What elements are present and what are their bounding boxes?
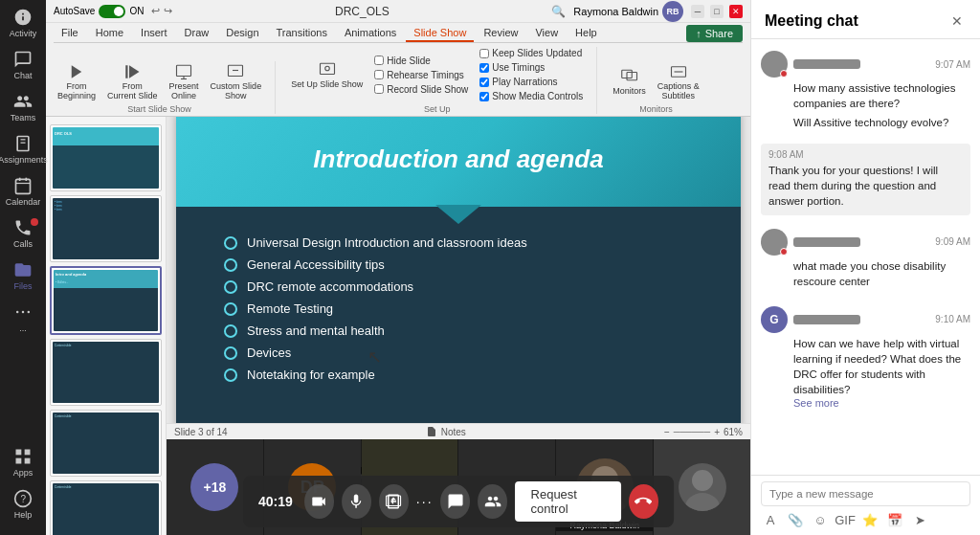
- zoom-in-btn[interactable]: +: [714, 427, 720, 437]
- svg-point-8: [22, 311, 25, 314]
- sticker-btn[interactable]: ⭐: [860, 510, 880, 529]
- sidebar-apps-label: Apps: [13, 468, 33, 478]
- svg-text:?: ?: [21, 494, 27, 504]
- setup-checkboxes2: Keep Slides Updated Use Timings Play Nar…: [476, 47, 587, 102]
- chat-text-1a: How many assistive technologies companie…: [761, 80, 970, 111]
- sidebar-item-chat[interactable]: Chat: [4, 46, 42, 84]
- chat-msg-group-2: 9:08 AM Thank you for your questions! I …: [761, 144, 970, 214]
- use-timings-check[interactable]: Use Timings: [476, 61, 587, 74]
- ppt-title: DRC_OLS: [172, 5, 551, 18]
- start-slideshow-label: Start Slide Show: [127, 104, 191, 114]
- chat-msg-header-4: G 9:10 AM: [761, 306, 970, 333]
- slide-preview-1: DRC OLS: [53, 127, 159, 189]
- undo-btn[interactable]: ↩: [151, 5, 160, 17]
- gif-btn[interactable]: GIF: [835, 510, 855, 529]
- ppt-user: Raymona Baldwin RB: [573, 1, 683, 22]
- chat-input-toolbar: A 📎 ☺ GIF ⭐ 📅 ➤: [761, 510, 970, 529]
- keep-updated-check[interactable]: Keep Slides Updated: [476, 47, 587, 59]
- sidebar-calls-label: Calls: [13, 239, 33, 249]
- slide-status: Slide 3 of 14: [174, 427, 228, 437]
- slide-bullet-2: General Accessibility tips: [224, 257, 712, 272]
- chat-time-3: 9:09 AM: [935, 236, 970, 247]
- participant-plus-avatar: +18: [190, 463, 238, 511]
- sidebar-item-calendar[interactable]: Calendar: [4, 172, 42, 211]
- autosave-label: AutoSave: [54, 6, 95, 16]
- bullet-circle-5: [224, 324, 237, 338]
- send-btn[interactable]: ➤: [910, 510, 929, 529]
- chat-title: Meeting chat: [765, 12, 858, 30]
- custom-slide-show-btn[interactable]: Custom Slide Show: [207, 61, 266, 102]
- zoom-out-btn[interactable]: −: [664, 427, 670, 437]
- slide-footer: Slide 3 of 14 Notes − ────── + 61%: [167, 423, 750, 439]
- autosave-state: ON: [129, 6, 144, 16]
- tab-draw[interactable]: Draw: [177, 25, 217, 42]
- share-button[interactable]: ↑ Share: [686, 25, 743, 42]
- ppt-search[interactable]: 🔍: [551, 5, 566, 18]
- autosave-switch[interactable]: [99, 5, 125, 18]
- slide-main: Introduction and agenda Universal Design…: [167, 117, 750, 535]
- sidebar-item-more[interactable]: ...: [4, 299, 42, 337]
- rehearse-check[interactable]: Rehearse Timings: [370, 69, 472, 81]
- play-narrations-check[interactable]: Play Narrations: [476, 76, 587, 88]
- attach-file-btn[interactable]: 📎: [786, 510, 805, 529]
- autosave-toggle[interactable]: AutoSave ON: [54, 5, 144, 18]
- slide-thumb-1[interactable]: 1 DRC OLS: [50, 124, 162, 191]
- bullet-circle-7: [224, 368, 237, 382]
- notes-button[interactable]: Notes: [426, 426, 466, 437]
- slide-panel: 1 DRC OLS 2 • item• item• item 3 Intro a…: [46, 117, 167, 535]
- from-current-slide-btn[interactable]: From Current Slide: [103, 61, 162, 102]
- chat-see-more-4[interactable]: See more: [761, 397, 970, 409]
- setup-buttons: Set Up Slide Show Hide Slide Rehearse Ti…: [287, 47, 587, 102]
- svg-marker-17: [129, 65, 140, 78]
- tab-transitions[interactable]: Transitions: [269, 25, 335, 42]
- slide-thumb-3[interactable]: 3 Intro and agenda • Bullets...: [50, 266, 162, 335]
- present-online-btn[interactable]: Present Online: [166, 61, 203, 102]
- minimize-btn[interactable]: ─: [691, 5, 704, 18]
- tab-file[interactable]: File: [54, 25, 86, 42]
- slide-thumb-5[interactable]: 5 Content slide: [50, 410, 162, 477]
- sidebar-item-files[interactable]: Files: [4, 256, 42, 295]
- chat-input-field[interactable]: [761, 481, 970, 506]
- slide-thumb-6[interactable]: 6 Content slide: [50, 480, 162, 535]
- zoom-level: 61%: [724, 427, 743, 437]
- sidebar-item-assignments[interactable]: Assignments: [4, 130, 42, 168]
- slide-thumb-4[interactable]: 4 Content slide: [50, 339, 162, 406]
- redo-btn[interactable]: ↪: [164, 5, 172, 17]
- maximize-btn[interactable]: □: [710, 5, 724, 18]
- sidebar-item-calls[interactable]: Calls: [4, 214, 42, 253]
- tab-home[interactable]: Home: [88, 25, 131, 42]
- media-controls-check[interactable]: Show Media Controls: [476, 90, 587, 102]
- close-btn[interactable]: ✕: [729, 5, 743, 18]
- monitors-label: Monitors: [639, 104, 673, 114]
- svg-marker-16: [72, 65, 82, 78]
- tab-slideshow[interactable]: Slide Show: [406, 25, 474, 42]
- captions-btn[interactable]: Captions & Subtitles: [654, 61, 703, 102]
- sidebar-assignments-label: Assignments: [0, 155, 48, 165]
- hide-slide-check[interactable]: Hide Slide: [370, 55, 472, 67]
- tab-design[interactable]: Design: [218, 25, 266, 42]
- sidebar-item-teams[interactable]: Teams: [4, 88, 42, 126]
- sidebar-files-label: Files: [13, 281, 32, 291]
- chat-close-btn[interactable]: ✕: [947, 11, 967, 31]
- sidebar-item-apps[interactable]: Apps: [4, 443, 42, 481]
- chat-time-2: 9:08 AM: [768, 149, 804, 160]
- sidebar-item-activity[interactable]: Activity: [4, 4, 42, 42]
- monitors-btn[interactable]: Monitors: [609, 66, 650, 98]
- format-text-btn[interactable]: A: [761, 510, 780, 529]
- sidebar-item-help[interactable]: ? Help: [4, 485, 42, 524]
- slide-bullet-4: Remote Testing: [224, 301, 712, 316]
- chat-msg-group-1: 9:07 AM How many assistive technologies …: [761, 47, 970, 134]
- slide-thumb-2[interactable]: 2 • item• item• item: [50, 195, 162, 262]
- record-check[interactable]: Record Slide Show: [370, 83, 472, 96]
- tab-view[interactable]: View: [527, 25, 566, 42]
- tab-animations[interactable]: Animations: [337, 25, 404, 42]
- tab-review[interactable]: Review: [476, 25, 525, 42]
- chat-name-lo: [793, 59, 860, 69]
- from-beginning-btn[interactable]: From Beginning: [54, 61, 100, 102]
- tab-insert[interactable]: Insert: [133, 25, 175, 42]
- emoji-btn[interactable]: ☺: [811, 510, 830, 529]
- slide-bullet-3: DRC remote accommodations: [224, 279, 712, 294]
- tab-help[interactable]: Help: [568, 25, 605, 42]
- meet-btn[interactable]: 📅: [885, 510, 904, 529]
- setup-slideshow-btn[interactable]: Set Up Slide Show: [287, 59, 367, 91]
